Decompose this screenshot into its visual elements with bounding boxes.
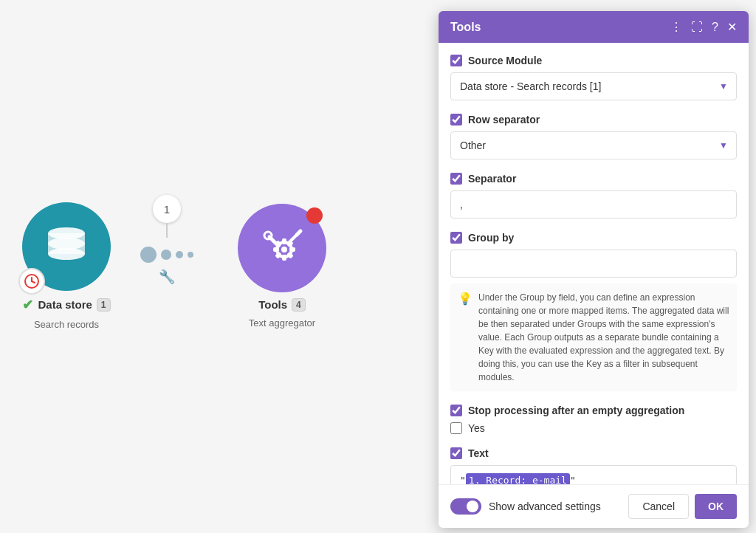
panel-header: Tools ⋮ ⛶ ? ✕ xyxy=(439,11,749,43)
source-module-dropdown-wrapper: Data store - Search records [1] ▼ xyxy=(450,72,737,100)
yes-label: Yes xyxy=(468,422,485,434)
separator-checkbox[interactable] xyxy=(450,173,462,185)
group-by-checkbox[interactable] xyxy=(450,232,462,244)
datastore-badge: 1 xyxy=(97,298,111,312)
tools-red-dot xyxy=(306,207,323,224)
wrench-icon: 🔧 xyxy=(159,269,175,285)
database-icon xyxy=(44,226,89,266)
svg-point-18 xyxy=(264,232,272,239)
tools-sublabel: Text aggregator xyxy=(249,317,315,329)
bubble-tail xyxy=(166,223,168,238)
clock-icon xyxy=(24,273,40,289)
text-code-prefix: " xyxy=(460,475,466,484)
source-module-checkbox[interactable] xyxy=(450,55,462,66)
stop-processing-header: Stop processing after an empty aggregati… xyxy=(450,405,737,416)
separator-section: Separator xyxy=(450,173,737,219)
svg-rect-13 xyxy=(286,252,294,259)
cancel-button[interactable]: Cancel xyxy=(628,494,689,519)
stop-processing-label: Stop processing after an empty aggregati… xyxy=(468,405,684,416)
tools-icon xyxy=(256,224,308,272)
text-code-suffix: " xyxy=(570,475,576,484)
text-code-value: 1. Record: e-mail xyxy=(466,473,570,484)
group-by-label: Group by xyxy=(468,232,514,244)
source-module-dropdown[interactable]: Data store - Search records [1] xyxy=(450,72,737,100)
stop-processing-checkbox[interactable] xyxy=(450,405,462,416)
toggle-label: Show advanced settings xyxy=(489,501,601,512)
advanced-settings-toggle[interactable] xyxy=(450,498,481,515)
separator-header: Separator xyxy=(450,173,737,185)
svg-rect-14 xyxy=(282,255,286,261)
group-by-input[interactable] xyxy=(450,250,737,278)
flow-area: ✔ Data store 1 Search records 1 🔧 xyxy=(22,111,421,421)
dot-lg xyxy=(140,247,157,263)
ok-button[interactable]: OK xyxy=(695,494,737,519)
group-by-header: Group by xyxy=(450,232,737,244)
svg-point-9 xyxy=(281,247,287,252)
check-icon: ✔ xyxy=(22,297,33,313)
footer-buttons: Cancel OK xyxy=(628,494,737,519)
row-separator-header: Row separator xyxy=(450,114,737,125)
svg-rect-10 xyxy=(282,238,286,244)
datastore-node[interactable]: ✔ Data store 1 Search records xyxy=(22,202,111,330)
svg-rect-12 xyxy=(289,247,295,252)
text-section: Text " 1. Record: e-mail " xyxy=(450,447,737,484)
panel-header-icons: ⋮ ⛶ ? ✕ xyxy=(670,20,737,34)
svg-rect-16 xyxy=(273,247,279,252)
yes-checkbox[interactable] xyxy=(450,422,462,434)
source-module-label: Source Module xyxy=(468,55,542,66)
num-bubble: 1 xyxy=(153,195,181,238)
text-label: Text xyxy=(468,447,489,459)
stop-processing-section: Stop processing after an empty aggregati… xyxy=(450,405,737,434)
row-separator-checkbox[interactable] xyxy=(450,114,462,125)
yes-checkbox-row: Yes xyxy=(450,422,737,434)
source-module-header: Source Module xyxy=(450,55,737,66)
close-icon[interactable]: ✕ xyxy=(727,20,737,34)
separator-input[interactable] xyxy=(450,190,737,219)
dot-sm xyxy=(176,251,183,258)
dot-xs xyxy=(188,252,193,258)
datastore-sublabel: Search records xyxy=(34,319,99,330)
info-icon: 💡 xyxy=(458,292,472,384)
datastore-circle xyxy=(22,202,111,291)
panel-body: Source Module Data store - Search record… xyxy=(439,43,749,484)
group-by-info-text: Under the Group by field, you can define… xyxy=(478,291,729,384)
clock-badge xyxy=(18,268,45,295)
connector: 1 🔧 xyxy=(140,247,193,263)
panel-title: Tools xyxy=(450,21,481,34)
svg-rect-15 xyxy=(275,252,282,259)
tools-node[interactable]: Tools 4 Text aggregator xyxy=(238,204,326,329)
datastore-label: ✔ Data store 1 xyxy=(22,297,110,313)
text-checkbox[interactable] xyxy=(450,447,462,459)
expand-icon[interactable]: ⛶ xyxy=(691,21,703,34)
connector-number: 1 xyxy=(153,195,181,223)
separator-label: Separator xyxy=(468,173,516,185)
svg-line-7 xyxy=(32,281,35,283)
svg-point-4 xyxy=(48,248,85,260)
text-header: Text xyxy=(450,447,737,459)
toggle-knob xyxy=(467,501,478,512)
group-by-info: 💡 Under the Group by field, you can defi… xyxy=(450,283,737,391)
source-module-section: Source Module Data store - Search record… xyxy=(450,55,737,100)
tools-label: Tools 4 xyxy=(258,298,306,312)
row-separator-label: Row separator xyxy=(468,114,540,125)
tools-panel: Tools ⋮ ⛶ ? ✕ Source Module Data store -… xyxy=(439,11,749,528)
panel-footer: Show advanced settings Cancel OK xyxy=(439,484,749,528)
toggle-area: Show advanced settings xyxy=(450,498,601,515)
tools-badge: 4 xyxy=(292,298,306,312)
group-by-section: Group by 💡 Under the Group by field, you… xyxy=(450,232,737,391)
text-code-field[interactable]: " 1. Record: e-mail " xyxy=(450,465,737,484)
dot-md xyxy=(161,250,171,260)
row-separator-dropdown[interactable]: Other xyxy=(450,131,737,159)
row-separator-dropdown-wrapper: Other ▼ xyxy=(450,131,737,159)
help-icon[interactable]: ? xyxy=(712,21,718,34)
row-separator-section: Row separator Other ▼ xyxy=(450,114,737,159)
tools-circle xyxy=(238,204,326,292)
more-icon[interactable]: ⋮ xyxy=(670,20,682,34)
